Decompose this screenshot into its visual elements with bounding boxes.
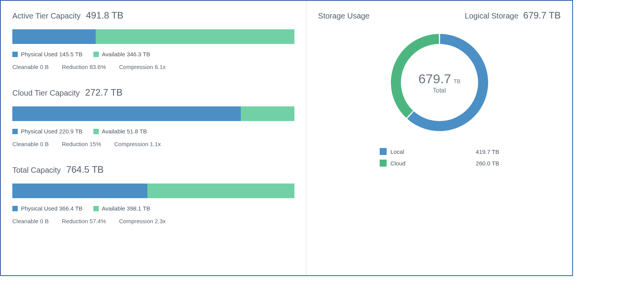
square-icon (93, 52, 99, 57)
square-icon (380, 148, 387, 155)
donut-slice-cloud (391, 34, 439, 118)
tier-title: Cloud Tier Capacity (12, 89, 80, 98)
tier-block-active: Active Tier Capacity 491.8 TB Physical U… (12, 10, 294, 70)
legend-used: Physical Used 366.4 TB (12, 205, 83, 212)
donut-legend: Local 419.7 TB Cloud 260.0 TB (380, 146, 499, 169)
tier-header: Active Tier Capacity 491.8 TB (12, 10, 294, 21)
tier-header: Total Capacity 764.5 TB (12, 164, 294, 175)
square-icon (380, 160, 387, 167)
tier-block-cloud: Cloud Tier Capacity 272.7 TB Physical Us… (12, 87, 294, 147)
tier-total-value: 272.7 TB (85, 87, 123, 98)
capacity-bar (12, 184, 294, 198)
donut-legend-row-local: Local 419.7 TB (380, 146, 499, 157)
stat-compression: Compression 1.1x (114, 141, 161, 147)
logical-storage-group: Logical Storage 679.7 TB (465, 10, 561, 21)
stat-cleanable: Cleanable 0 B (12, 64, 49, 70)
legend-available: Available 51.8 TB (93, 128, 147, 135)
storage-usage-title: Storage Usage (318, 12, 369, 20)
legend-available-text: Available 398.1 TB (102, 205, 150, 212)
donut-legend-name: Local (390, 148, 404, 155)
tier-header: Cloud Tier Capacity 272.7 TB (12, 87, 294, 98)
tier-stats: Cleanable 0 B Reduction 57.4% Compressio… (12, 218, 294, 224)
legend-available-text: Available 51.8 TB (102, 128, 147, 135)
bar-legend: Physical Used 145.5 TB Available 346.3 T… (12, 51, 294, 57)
legend-used-text: Physical Used 366.4 TB (21, 205, 83, 212)
legend-available-text: Available 346.3 TB (102, 51, 150, 57)
capacity-panel: Active Tier Capacity 491.8 TB Physical U… (1, 1, 306, 275)
tier-block-total: Total Capacity 764.5 TB Physical Used 36… (12, 164, 294, 224)
donut-svg (385, 29, 494, 136)
capacity-bar-used (12, 184, 147, 198)
logical-storage-value: 679.7 TB (523, 10, 561, 20)
logical-storage-label: Logical Storage (465, 12, 519, 20)
donut-legend-left: Local (380, 148, 404, 155)
legend-available: Available 398.1 TB (93, 205, 150, 212)
legend-used: Physical Used 220.9 TB (12, 128, 83, 135)
legend-available: Available 346.3 TB (93, 51, 150, 57)
square-icon (12, 129, 18, 134)
donut-chart: 679.7 TB Total (385, 29, 494, 136)
tier-stats: Cleanable 0 B Reduction 83.6% Compressio… (12, 64, 294, 70)
square-icon (93, 206, 99, 211)
square-icon (12, 52, 18, 57)
capacity-bar (12, 29, 294, 44)
bar-legend: Physical Used 220.9 TB Available 51.8 TB (12, 128, 294, 135)
tier-total-value: 764.5 TB (66, 164, 104, 175)
stat-reduction: Reduction 57.4% (62, 218, 106, 224)
legend-used-text: Physical Used 220.9 TB (21, 128, 83, 135)
stat-cleanable: Cleanable 0 B (12, 141, 49, 147)
tier-title: Total Capacity (12, 166, 61, 175)
tier-stats: Cleanable 0 B Reduction 15% Compression … (12, 141, 294, 147)
stat-reduction: Reduction 83.6% (62, 64, 106, 70)
tier-title: Active Tier Capacity (12, 12, 81, 20)
capacity-bar (12, 106, 294, 121)
storage-usage-panel: Storage Usage Logical Storage 679.7 TB 6… (306, 1, 572, 275)
capacity-bar-used (12, 29, 96, 44)
square-icon (12, 206, 18, 211)
tier-total-value: 491.8 TB (86, 10, 123, 21)
bar-legend: Physical Used 366.4 TB Available 398.1 T… (12, 205, 294, 212)
stat-compression: Compression 6.1x (119, 64, 166, 70)
donut-legend-row-cloud: Cloud 260.0 TB (380, 157, 499, 169)
capacity-bar-used (12, 106, 241, 121)
donut-legend-value: 419.7 TB (476, 148, 499, 155)
dashboard-frame: Active Tier Capacity 491.8 TB Physical U… (0, 0, 573, 276)
stat-cleanable: Cleanable 0 B (12, 218, 49, 224)
donut-legend-name: Cloud (390, 160, 406, 167)
legend-used-text: Physical Used 145.5 TB (21, 51, 83, 57)
storage-usage-header: Storage Usage Logical Storage 679.7 TB (318, 10, 561, 21)
donut-chart-wrap: 679.7 TB Total Local 419.7 TB (318, 29, 561, 169)
stat-compression: Compression 2.3x (119, 218, 166, 224)
square-icon (93, 129, 99, 134)
donut-legend-left: Cloud (380, 160, 406, 167)
stat-reduction: Reduction 15% (62, 141, 101, 147)
legend-used: Physical Used 145.5 TB (12, 51, 83, 57)
donut-legend-value: 260.0 TB (476, 160, 499, 167)
